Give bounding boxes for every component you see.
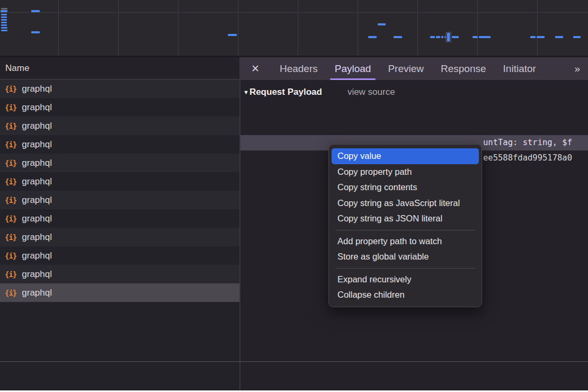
request-name: graphql [22,251,52,261]
tab-payload[interactable]: Payload [329,57,377,80]
overview-request-bar [1,19,7,21]
menu-item-collapse-children[interactable]: Collapse children [329,287,482,303]
table-row[interactable]: {i} graphql [0,265,239,283]
request-list-pane: Name {i} graphql {i} graphql {i} graphql… [0,57,239,390]
overview-request-bar [31,31,40,33]
request-name: graphql [22,288,52,298]
table-row[interactable]: {i} graphql [0,209,239,228]
overview-request-bar [1,24,7,26]
menu-item-store-as-global-variable[interactable]: Store as global variable [329,249,482,265]
menu-item-copy-string-contents[interactable]: Copy string contents [329,180,482,195]
overview-request-bar [1,30,7,31]
detail-tabbar: ✕ Headers Payload Preview Response Initi… [240,57,588,80]
property-value-continued: ee5588fdad995178a0 [483,150,572,166]
table-row[interactable]: {i} graphql [0,172,239,191]
overview-request-bar [436,36,440,38]
json-brackets-icon: {i} [5,289,16,297]
request-name: graphql [22,269,52,280]
name-column-header[interactable]: Name [0,57,239,79]
tab-headers[interactable]: Headers [274,57,324,80]
table-row[interactable]: {i} graphql [0,98,239,117]
overview-request-bar [430,36,435,38]
overview-request-bar [1,10,7,12]
payload-row-operation-name[interactable]: operationName:"ipFlowTimeseries" [240,120,588,135]
json-brackets-icon: {i} [5,140,16,149]
network-overview-timeline[interactable] [0,0,588,57]
request-name: graphql [22,139,52,150]
overview-request-bar [378,23,386,25]
json-brackets-icon: {i} [5,270,16,279]
overview-request-bar [1,8,7,10]
json-brackets-icon: {i} [5,215,16,223]
payload-section-title[interactable]: ▼Request Payloadview source [243,87,395,97]
request-name: graphql [22,121,52,131]
overview-request-bar [1,14,7,15]
tab-initiator[interactable]: Initiator [497,57,542,80]
overview-request-bar [452,36,459,38]
table-row[interactable]: {i} graphql [0,117,239,135]
overview-request-bar [1,16,7,18]
table-row[interactable]: {i} graphql [0,154,239,172]
json-brackets-icon: {i} [5,252,16,260]
property-value-continued: untTag: string, $f [483,135,572,150]
overview-request-bar [1,27,7,29]
table-row-selected[interactable]: {i} graphql [0,283,239,302]
request-name: graphql [22,195,52,206]
overview-request-bar [368,36,377,38]
overview-request-bar [473,36,478,38]
json-brackets-icon: {i} [5,122,16,130]
overview-request-bar [555,36,563,38]
overview-request-bar [441,36,443,38]
expanded-triangle-icon[interactable]: ▼ [243,89,249,95]
json-brackets-icon: {i} [5,159,16,167]
close-icon[interactable]: ✕ [251,63,260,75]
menu-separator [335,268,475,269]
json-brackets-icon: {i} [5,177,16,186]
bottom-divider-line [0,361,588,362]
request-name: graphql [22,176,52,187]
table-row[interactable]: {i} graphql [0,228,239,246]
overview-request-bar [228,34,237,36]
overview-request-bar [447,33,450,41]
menu-item-copy-string-json-literal[interactable]: Copy string as JSON literal [329,211,482,227]
request-name: graphql [22,232,52,243]
overview-request-bar [479,36,491,38]
request-name: graphql [22,84,52,94]
overview-request-bar [31,10,40,12]
menu-item-copy-value[interactable]: Copy value [332,148,479,164]
request-name: graphql [22,102,52,113]
more-tabs-icon[interactable]: » [574,63,578,75]
context-menu: Copy value Copy property path Copy strin… [328,144,482,307]
tab-response[interactable]: Response [435,57,492,80]
table-row[interactable]: {i} graphql [0,191,239,209]
overview-request-bar [537,36,545,38]
menu-item-expand-recursively[interactable]: Expand recursively [329,272,482,288]
overview-request-bar [394,36,402,38]
request-name: graphql [22,158,52,168]
section-title-text: Request Payload [250,87,322,97]
menu-separator [335,230,475,230]
json-brackets-icon: {i} [5,196,16,204]
table-row[interactable]: {i} graphql [0,79,239,98]
json-brackets-icon: {i} [5,233,16,242]
json-brackets-icon: {i} [5,103,16,112]
view-source-link[interactable]: view source [348,87,395,97]
overview-request-bar [1,22,7,23]
payload-root-row[interactable]: ▼{operationName: "ipFlowTimeseries", var… [240,104,588,119]
menu-item-copy-string-js-literal[interactable]: Copy string as JavaScript literal [329,195,482,211]
tab-preview[interactable]: Preview [382,57,430,80]
table-row[interactable]: {i} graphql [0,246,239,265]
menu-item-copy-property-path[interactable]: Copy property path [329,164,482,180]
devtools-network-panel: Name {i} graphql {i} graphql {i} graphql… [0,0,588,392]
overview-request-bar [573,36,581,38]
overview-request-bar [530,36,536,38]
table-row[interactable]: {i} graphql [0,135,239,154]
json-brackets-icon: {i} [5,85,16,93]
menu-item-add-property-path-to-watch[interactable]: Add property path to watch [329,234,482,250]
request-name: graphql [22,213,52,224]
